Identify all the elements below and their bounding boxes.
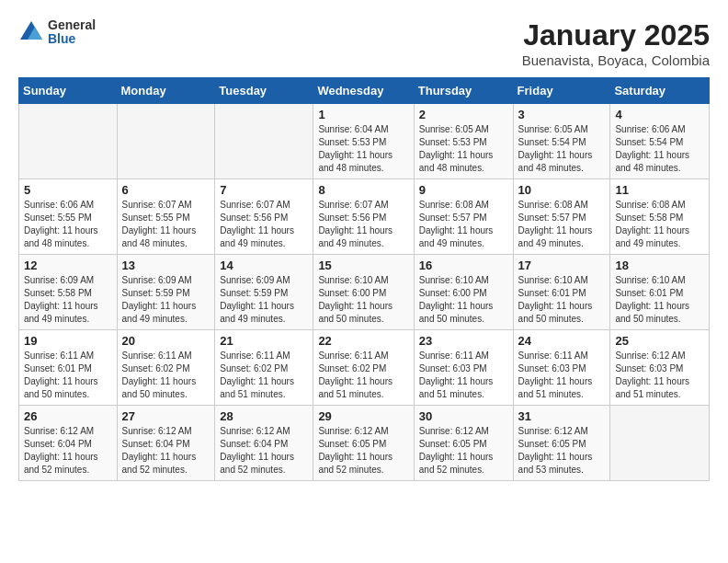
day-cell: 1Sunrise: 6:04 AMSunset: 5:53 PMDaylight… xyxy=(313,104,414,179)
day-cell: 14Sunrise: 6:09 AMSunset: 5:59 PMDayligh… xyxy=(215,255,313,330)
day-number: 9 xyxy=(419,183,508,197)
header-row: SundayMondayTuesdayWednesdayThursdayFrid… xyxy=(19,78,710,104)
day-info: Sunrise: 6:10 AMSunset: 6:00 PMDaylight:… xyxy=(419,274,508,326)
day-number: 7 xyxy=(220,183,308,197)
day-info: Sunrise: 6:11 AMSunset: 6:02 PMDaylight:… xyxy=(318,350,408,401)
day-cell xyxy=(19,104,118,179)
day-cell: 23Sunrise: 6:11 AMSunset: 6:03 PMDayligh… xyxy=(414,330,513,406)
calendar-title: January 2025 xyxy=(522,18,710,52)
day-cell: 2Sunrise: 6:05 AMSunset: 5:53 PMDaylight… xyxy=(414,104,513,179)
day-number: 14 xyxy=(220,259,308,272)
day-cell: 18Sunrise: 6:10 AMSunset: 6:01 PMDayligh… xyxy=(610,255,710,330)
day-cell: 26Sunrise: 6:12 AMSunset: 6:04 PMDayligh… xyxy=(19,406,118,481)
day-cell: 6Sunrise: 6:07 AMSunset: 5:55 PMDaylight… xyxy=(117,179,215,255)
header: General Blue January 2025 Buenavista, Bo… xyxy=(18,18,710,68)
header-cell-saturday: Saturday xyxy=(610,78,710,104)
day-info: Sunrise: 6:11 AMSunset: 6:01 PMDaylight:… xyxy=(24,350,112,401)
week-row-3: 12Sunrise: 6:09 AMSunset: 5:58 PMDayligh… xyxy=(19,255,710,330)
day-info: Sunrise: 6:12 AMSunset: 6:04 PMDaylight:… xyxy=(24,425,112,477)
day-number: 13 xyxy=(122,259,210,272)
day-info: Sunrise: 6:08 AMSunset: 5:58 PMDaylight:… xyxy=(615,199,704,250)
day-info: Sunrise: 6:04 AMSunset: 5:53 PMDaylight:… xyxy=(318,123,408,175)
day-number: 10 xyxy=(518,183,606,197)
day-info: Sunrise: 6:06 AMSunset: 5:54 PMDaylight:… xyxy=(615,123,704,175)
day-number: 24 xyxy=(518,334,606,348)
week-row-4: 19Sunrise: 6:11 AMSunset: 6:01 PMDayligh… xyxy=(19,330,710,406)
day-cell xyxy=(215,104,313,179)
day-number: 30 xyxy=(419,409,508,423)
day-info: Sunrise: 6:05 AMSunset: 5:53 PMDaylight:… xyxy=(419,123,508,175)
day-number: 6 xyxy=(122,183,210,197)
day-cell: 16Sunrise: 6:10 AMSunset: 6:00 PMDayligh… xyxy=(414,255,513,330)
calendar-subtitle: Buenavista, Boyaca, Colombia xyxy=(522,52,710,68)
day-number: 20 xyxy=(122,334,210,348)
logo-text: General Blue xyxy=(48,18,96,47)
day-cell: 31Sunrise: 6:12 AMSunset: 6:05 PMDayligh… xyxy=(513,406,610,481)
day-info: Sunrise: 6:07 AMSunset: 5:56 PMDaylight:… xyxy=(220,199,308,250)
logo-icon xyxy=(18,19,44,45)
logo-blue-text: Blue xyxy=(48,32,96,46)
day-cell: 20Sunrise: 6:11 AMSunset: 6:02 PMDayligh… xyxy=(117,330,215,406)
day-cell xyxy=(610,406,710,481)
day-number: 29 xyxy=(318,409,408,423)
day-info: Sunrise: 6:10 AMSunset: 6:01 PMDaylight:… xyxy=(518,274,606,326)
day-cell: 27Sunrise: 6:12 AMSunset: 6:04 PMDayligh… xyxy=(117,406,215,481)
logo: General Blue xyxy=(18,18,96,47)
title-section: January 2025 Buenavista, Boyaca, Colombi… xyxy=(522,18,710,68)
day-info: Sunrise: 6:11 AMSunset: 6:03 PMDaylight:… xyxy=(518,350,606,401)
day-info: Sunrise: 6:12 AMSunset: 6:03 PMDaylight:… xyxy=(615,350,704,401)
day-info: Sunrise: 6:09 AMSunset: 5:58 PMDaylight:… xyxy=(24,274,112,326)
day-cell: 19Sunrise: 6:11 AMSunset: 6:01 PMDayligh… xyxy=(19,330,118,406)
day-number: 26 xyxy=(24,409,112,423)
day-info: Sunrise: 6:08 AMSunset: 5:57 PMDaylight:… xyxy=(419,199,508,250)
day-cell: 25Sunrise: 6:12 AMSunset: 6:03 PMDayligh… xyxy=(610,330,710,406)
day-info: Sunrise: 6:09 AMSunset: 5:59 PMDaylight:… xyxy=(220,274,308,326)
day-info: Sunrise: 6:12 AMSunset: 6:05 PMDaylight:… xyxy=(518,425,606,477)
day-info: Sunrise: 6:11 AMSunset: 6:03 PMDaylight:… xyxy=(419,350,508,401)
day-info: Sunrise: 6:11 AMSunset: 6:02 PMDaylight:… xyxy=(220,350,308,401)
day-number: 1 xyxy=(318,108,408,121)
day-info: Sunrise: 6:12 AMSunset: 6:04 PMDaylight:… xyxy=(122,425,210,477)
day-info: Sunrise: 6:07 AMSunset: 5:56 PMDaylight:… xyxy=(318,199,408,250)
day-cell: 30Sunrise: 6:12 AMSunset: 6:05 PMDayligh… xyxy=(414,406,513,481)
day-cell: 8Sunrise: 6:07 AMSunset: 5:56 PMDaylight… xyxy=(313,179,414,255)
day-number: 12 xyxy=(24,259,112,272)
day-number: 17 xyxy=(518,259,606,272)
day-cell xyxy=(117,104,215,179)
day-info: Sunrise: 6:10 AMSunset: 6:00 PMDaylight:… xyxy=(318,274,408,326)
header-cell-tuesday: Tuesday xyxy=(215,78,313,104)
day-cell: 10Sunrise: 6:08 AMSunset: 5:57 PMDayligh… xyxy=(513,179,610,255)
day-number: 4 xyxy=(615,108,704,121)
day-info: Sunrise: 6:05 AMSunset: 5:54 PMDaylight:… xyxy=(518,123,606,175)
header-cell-sunday: Sunday xyxy=(19,78,118,104)
day-number: 19 xyxy=(24,334,112,348)
day-cell: 3Sunrise: 6:05 AMSunset: 5:54 PMDaylight… xyxy=(513,104,610,179)
day-info: Sunrise: 6:06 AMSunset: 5:55 PMDaylight:… xyxy=(24,199,112,250)
day-number: 8 xyxy=(318,183,408,197)
logo-general-text: General xyxy=(48,18,96,32)
week-row-2: 5Sunrise: 6:06 AMSunset: 5:55 PMDaylight… xyxy=(19,179,710,255)
day-number: 3 xyxy=(518,108,606,121)
day-number: 27 xyxy=(122,409,210,423)
header-cell-friday: Friday xyxy=(513,78,610,104)
day-cell: 5Sunrise: 6:06 AMSunset: 5:55 PMDaylight… xyxy=(19,179,118,255)
week-row-5: 26Sunrise: 6:12 AMSunset: 6:04 PMDayligh… xyxy=(19,406,710,481)
day-cell: 17Sunrise: 6:10 AMSunset: 6:01 PMDayligh… xyxy=(513,255,610,330)
day-info: Sunrise: 6:09 AMSunset: 5:59 PMDaylight:… xyxy=(122,274,210,326)
day-number: 31 xyxy=(518,409,606,423)
day-info: Sunrise: 6:08 AMSunset: 5:57 PMDaylight:… xyxy=(518,199,606,250)
day-info: Sunrise: 6:12 AMSunset: 6:05 PMDaylight:… xyxy=(318,425,408,477)
day-number: 21 xyxy=(220,334,308,348)
day-cell: 12Sunrise: 6:09 AMSunset: 5:58 PMDayligh… xyxy=(19,255,118,330)
day-number: 28 xyxy=(220,409,308,423)
day-cell: 21Sunrise: 6:11 AMSunset: 6:02 PMDayligh… xyxy=(215,330,313,406)
day-cell: 29Sunrise: 6:12 AMSunset: 6:05 PMDayligh… xyxy=(313,406,414,481)
day-info: Sunrise: 6:12 AMSunset: 6:04 PMDaylight:… xyxy=(220,425,308,477)
day-number: 5 xyxy=(24,183,112,197)
day-cell: 11Sunrise: 6:08 AMSunset: 5:58 PMDayligh… xyxy=(610,179,710,255)
day-info: Sunrise: 6:07 AMSunset: 5:55 PMDaylight:… xyxy=(122,199,210,250)
day-number: 11 xyxy=(615,183,704,197)
day-number: 23 xyxy=(419,334,508,348)
day-cell: 7Sunrise: 6:07 AMSunset: 5:56 PMDaylight… xyxy=(215,179,313,255)
day-cell: 13Sunrise: 6:09 AMSunset: 5:59 PMDayligh… xyxy=(117,255,215,330)
